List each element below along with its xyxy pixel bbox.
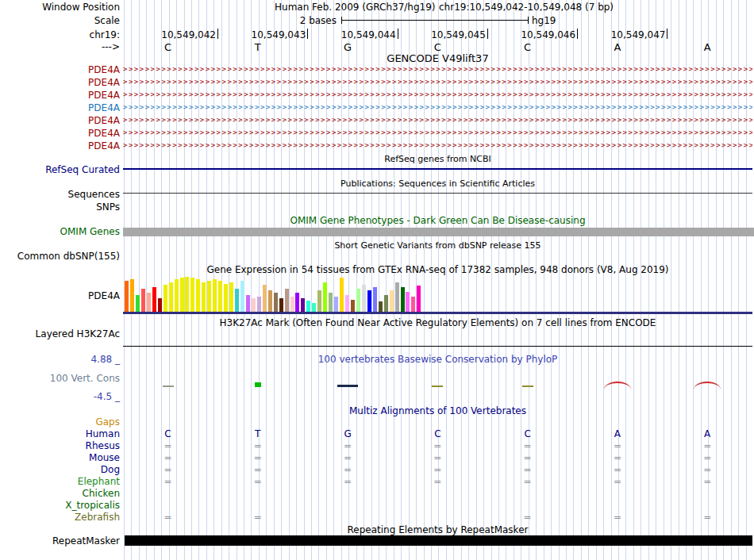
track-label-phylop[interactable]: 100 Vert. Cons	[0, 373, 120, 384]
chrom-label: chr19:	[0, 29, 120, 40]
gtex-bar[interactable]	[136, 295, 140, 313]
gene-row-label[interactable]: PDE4A	[0, 90, 120, 101]
gene-row-arrows[interactable]: >>>>>>>>>>>>>>>>>>>>>>>>>>>>>>>>>>>>>>>>…	[123, 102, 752, 113]
gtex-bar[interactable]	[356, 289, 360, 313]
track-label-gtex[interactable]: PDE4A	[0, 290, 120, 301]
gtex-bar[interactable]	[317, 290, 321, 313]
gene-row-arrows[interactable]: >>>>>>>>>>>>>>>>>>>>>>>>>>>>>>>>>>>>>>>>…	[123, 140, 752, 151]
track-label-repeatmasker[interactable]: RepeatMasker	[0, 535, 120, 547]
multiz-cell-zebrafish: =	[483, 512, 572, 523]
gtex-bar[interactable]	[373, 287, 377, 313]
gtex-bar[interactable]	[180, 278, 184, 313]
gtex-bar[interactable]	[125, 281, 129, 313]
multiz-cell-rhesus: =	[483, 440, 572, 451]
gtex-bar[interactable]	[274, 293, 278, 313]
multiz-row-label-elephant[interactable]: Elephant	[0, 476, 120, 487]
gtex-bar[interactable]	[406, 292, 410, 313]
gtex-bar[interactable]	[345, 295, 349, 313]
gtex-bar[interactable]	[130, 279, 134, 313]
multiz-cell-human: C	[483, 428, 572, 439]
track-label-refseq-curated[interactable]: RefSeq Curated	[0, 164, 120, 175]
gtex-bar[interactable]	[158, 298, 162, 313]
gtex-bar[interactable]	[411, 297, 415, 313]
gtex-bar[interactable]	[323, 282, 327, 313]
gtex-bar[interactable]	[240, 281, 244, 313]
omim-genes-track[interactable]	[123, 228, 754, 236]
gtex-bar[interactable]	[367, 290, 371, 313]
gtex-bar[interactable]	[141, 289, 145, 313]
track-label-snps[interactable]: SNPs	[0, 201, 120, 213]
gtex-bar[interactable]	[268, 290, 272, 313]
gene-row-arrows[interactable]: >>>>>>>>>>>>>>>>>>>>>>>>>>>>>>>>>>>>>>>>…	[123, 90, 752, 100]
gtex-bar[interactable]	[185, 277, 189, 313]
gtex-bar[interactable]	[390, 290, 394, 313]
gtex-bar[interactable]	[229, 282, 233, 313]
multiz-row-label-rhesus[interactable]: Rhesus	[0, 440, 120, 451]
gtex-bar[interactable]	[213, 279, 217, 313]
gtex-bar[interactable]	[263, 285, 267, 313]
gtex-bar[interactable]	[340, 278, 344, 313]
refseq-curated-track[interactable]	[123, 168, 752, 170]
track-label-h3k27ac[interactable]: Layered H3K27Ac	[0, 328, 120, 339]
gene-row-label[interactable]: PDE4A	[0, 102, 120, 113]
gtex-bar[interactable]	[279, 298, 283, 313]
gtex-bar[interactable]	[246, 295, 250, 313]
gtex-bar[interactable]	[301, 298, 305, 313]
gtex-bar[interactable]	[329, 293, 333, 313]
multiz-row-label-human[interactable]: Human	[0, 428, 120, 439]
gene-row-arrows[interactable]: >>>>>>>>>>>>>>>>>>>>>>>>>>>>>>>>>>>>>>>>…	[123, 115, 752, 125]
gtex-bar[interactable]	[152, 287, 156, 313]
gtex-bar[interactable]	[190, 278, 194, 313]
track-label-omim-genes[interactable]: OMIM Genes	[0, 226, 120, 237]
multiz-row-label-mouse[interactable]: Mouse	[0, 452, 120, 463]
multiz-row-label-dog[interactable]: Dog	[0, 464, 120, 475]
gtex-bar[interactable]	[169, 282, 173, 313]
gtex-bar[interactable]	[218, 281, 222, 313]
gene-row-label[interactable]: PDE4A	[0, 64, 120, 75]
gtex-bar[interactable]	[334, 297, 338, 313]
gtex-bar[interactable]	[295, 293, 299, 313]
gene-row-label[interactable]: PDE4A	[0, 128, 120, 139]
gene-row-arrows[interactable]: >>>>>>>>>>>>>>>>>>>>>>>>>>>>>>>>>>>>>>>>…	[123, 77, 752, 87]
track-label-dbsnp[interactable]: Common dbSNP(155)	[0, 251, 120, 262]
gtex-bar[interactable]	[306, 301, 310, 313]
gene-row-label[interactable]: PDE4A	[0, 77, 120, 88]
scale-assembly-label: hg19	[532, 15, 556, 26]
gtex-bar[interactable]	[147, 293, 151, 313]
gtex-bar[interactable]	[379, 301, 383, 313]
gtex-bar[interactable]	[257, 297, 261, 313]
multiz-row-label-x-tropicalis[interactable]: X_tropicalis	[0, 500, 120, 511]
gtex-bar[interactable]	[395, 282, 399, 313]
multiz-row-label-gaps[interactable]: Gaps	[0, 416, 120, 428]
gene-row-label[interactable]: PDE4A	[0, 140, 120, 152]
gtex-bar[interactable]	[175, 279, 179, 313]
sequences-track[interactable]	[123, 193, 752, 194]
gtex-bar[interactable]	[362, 285, 366, 313]
multiz-row-label-zebrafish[interactable]: Zebrafish	[0, 512, 120, 523]
gene-row-arrows[interactable]: >>>>>>>>>>>>>>>>>>>>>>>>>>>>>>>>>>>>>>>>…	[123, 64, 752, 75]
gtex-bar[interactable]	[224, 284, 228, 313]
gtex-bar[interactable]	[351, 300, 355, 313]
gtex-bar[interactable]	[196, 279, 200, 313]
window-position-label: Window Position	[0, 2, 120, 13]
gene-row-arrows[interactable]: >>>>>>>>>>>>>>>>>>>>>>>>>>>>>>>>>>>>>>>>…	[123, 128, 752, 138]
multiz-row-label-chicken[interactable]: Chicken	[0, 488, 120, 499]
multiz-cell-zebrafish: =	[572, 512, 662, 523]
gtex-bar[interactable]	[202, 282, 206, 313]
gtex-bar[interactable]	[384, 295, 388, 313]
gtex-bar[interactable]	[163, 285, 167, 313]
gtex-bar[interactable]	[417, 286, 421, 313]
gtex-bar-chart[interactable]	[125, 277, 426, 313]
gtex-bar[interactable]	[252, 298, 256, 313]
multiz-cell-zebrafish: =	[663, 512, 752, 523]
multiz-cell-dog: =	[303, 464, 393, 475]
gtex-bar[interactable]	[285, 289, 289, 313]
gtex-bar[interactable]	[290, 297, 294, 313]
repeatmasker-track[interactable]	[125, 535, 752, 546]
track-title-dbsnp: Short Genetic Variants from dbSNP releas…	[123, 240, 752, 251]
track-label-sequences[interactable]: Sequences	[0, 189, 120, 200]
gtex-bar[interactable]	[235, 289, 239, 313]
gene-row-label[interactable]: PDE4A	[0, 115, 120, 126]
gtex-bar[interactable]	[401, 287, 405, 313]
gtex-bar[interactable]	[207, 281, 211, 313]
